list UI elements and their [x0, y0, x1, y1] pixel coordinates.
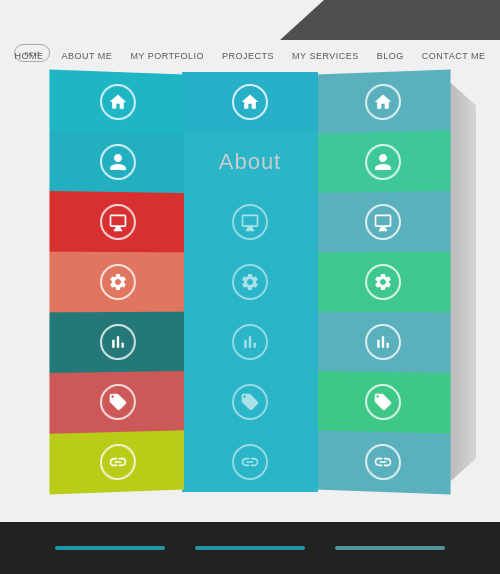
chart-icon-left [100, 324, 136, 360]
cell-right-chart[interactable] [316, 312, 451, 373]
cell-mid-chart[interactable] [182, 312, 317, 372]
nav-home[interactable]: HOME [15, 51, 44, 61]
top-decoration [280, 0, 500, 40]
nav-blog[interactable]: BLOG [377, 51, 404, 61]
monitor-icon-mid [232, 204, 268, 240]
person-icon-left [100, 144, 136, 181]
cell-left-home[interactable] [49, 69, 184, 133]
cell-right-home[interactable] [316, 69, 451, 133]
link-icon-right [364, 443, 400, 480]
cell-left-person[interactable] [49, 130, 184, 193]
about-label: About [219, 149, 282, 175]
person-icon-right [364, 144, 400, 181]
gear-icon-left [100, 264, 136, 300]
monitor-icon-right [364, 204, 400, 240]
left-column [49, 69, 184, 494]
monitor-icon-left [100, 204, 136, 240]
nav-contact[interactable]: CONTACT ME [422, 51, 486, 61]
gear-icon-right [364, 264, 400, 300]
cell-left-gear[interactable] [49, 252, 184, 313]
tag-icon-right [364, 384, 400, 421]
tag-icon-mid [232, 384, 268, 420]
bottom-col1 [55, 546, 165, 550]
cell-mid-tag[interactable] [182, 372, 317, 432]
mid-column: About [182, 72, 317, 492]
tag-icon-left [100, 384, 136, 421]
nav-about-me[interactable]: ABOUT ME [62, 51, 113, 61]
cell-left-chart[interactable] [49, 312, 184, 373]
nav-services[interactable]: MY SERVICES [292, 51, 359, 61]
cell-right-tag[interactable] [316, 371, 451, 434]
cell-left-monitor[interactable] [49, 191, 184, 252]
navbar: HOME ABOUT ME MY PORTFOLIO PROJECTS MY S… [0, 44, 500, 68]
right-column [316, 69, 451, 494]
cell-right-person[interactable] [316, 130, 451, 193]
cell-right-monitor[interactable] [316, 191, 451, 252]
link-icon-left [100, 443, 136, 480]
cell-right-link[interactable] [316, 430, 451, 494]
home-icon-right [364, 83, 400, 120]
right-shadow-panel [448, 72, 476, 492]
cell-mid-about[interactable]: About [182, 132, 317, 192]
bottom-col3 [335, 546, 445, 550]
link-icon-mid [232, 444, 268, 480]
cell-mid-home[interactable] [182, 72, 317, 132]
gear-icon-mid [232, 264, 268, 300]
cell-left-tag[interactable] [49, 371, 184, 434]
cell-mid-link[interactable] [182, 432, 317, 492]
cell-mid-monitor[interactable] [182, 192, 317, 252]
bottom-col2 [195, 546, 305, 550]
home-icon-mid [232, 84, 268, 120]
nav-projects[interactable]: PROJECTS [222, 51, 274, 61]
cell-mid-gear[interactable] [182, 252, 317, 312]
bottom-bar [0, 522, 500, 574]
home-icon-left [100, 83, 136, 120]
cell-left-link[interactable] [49, 430, 184, 494]
cell-right-gear[interactable] [316, 252, 451, 313]
chart-icon-mid [232, 324, 268, 360]
chart-icon-right [364, 324, 400, 360]
nav-portfolio[interactable]: MY PORTFOLIO [130, 51, 204, 61]
